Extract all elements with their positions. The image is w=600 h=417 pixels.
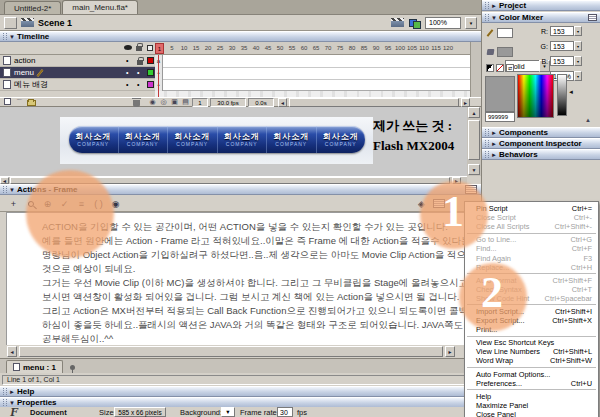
expand-arrow-icon[interactable]: ►	[491, 130, 499, 136]
document-size-button[interactable]: 585 x 66 pixels	[114, 407, 166, 417]
g-stepper[interactable]: ▾	[574, 41, 582, 51]
stage-vertical-scrollbar[interactable]: ▲ ▼	[467, 107, 481, 176]
frame-rate-field[interactable]: 30.0 fps	[210, 98, 246, 107]
nav-button[interactable]: 회사소개 COMPANY	[317, 126, 366, 153]
elapsed-time-field[interactable]: 0.0s	[248, 98, 274, 107]
background-color-swatch[interactable]: ▾	[221, 407, 235, 417]
menu-item[interactable]: Word Wrap Ctrl+Shift+W	[465, 356, 598, 365]
nav-button[interactable]: 회사소개 COMPANY	[168, 126, 218, 153]
help-panel-header[interactable]: ► Help	[0, 386, 481, 397]
color-mixer-panel-header[interactable]: ▼ Color Mixer	[482, 12, 600, 23]
layer-locked-icon[interactable]	[137, 57, 143, 65]
r-stepper[interactable]: ▾	[574, 26, 582, 36]
layer-lock-dot[interactable]: •	[137, 70, 139, 75]
nav-button[interactable]: 회사소개 COMPANY	[119, 126, 169, 153]
layer-row-action[interactable]: action •	[0, 55, 155, 67]
panel-gripper[interactable]	[3, 399, 7, 406]
frame-grid[interactable]	[155, 55, 470, 91]
panel-gripper[interactable]	[485, 140, 489, 147]
edit-multiple-frames-icon[interactable]: ▤	[180, 98, 191, 107]
behaviors-panel-header[interactable]: ► Behaviors	[482, 149, 600, 160]
zoom-level-input[interactable]: 100%	[425, 17, 461, 29]
timeline-scroll-right-icon[interactable]: ►	[461, 98, 470, 107]
pin-script-icon[interactable]	[66, 360, 79, 373]
nav-button[interactable]: 회사소개 COMPANY	[267, 126, 317, 153]
collapse-arrow-icon[interactable]: ▼	[491, 15, 499, 21]
panel-gripper[interactable]	[3, 388, 7, 395]
expand-arrow-icon[interactable]: ►	[491, 141, 499, 147]
scroll-right-icon[interactable]: ►	[445, 346, 455, 357]
scroll-down-icon[interactable]: ▼	[468, 164, 480, 175]
fill-color-bucket-icon[interactable]	[487, 49, 495, 55]
frame-rate-input[interactable]	[277, 407, 293, 417]
menu-item[interactable]: Find Again F3	[465, 253, 598, 262]
components-panel-header[interactable]: ► Components	[482, 127, 600, 138]
script-tab-menu[interactable]: menu : 1	[6, 360, 63, 373]
insert-layer-folder-icon[interactable]	[26, 98, 37, 107]
show-hide-layers-icon[interactable]	[124, 45, 132, 50]
menu-item[interactable]: View Esc Shortcut Keys	[465, 338, 598, 347]
edit-scene-icon[interactable]	[391, 18, 404, 27]
menu-item[interactable]: Help	[465, 392, 598, 401]
keyframe-cell-action[interactable]: a	[155, 55, 163, 67]
component-inspector-panel-header[interactable]: ► Component Inspector	[482, 138, 600, 149]
b-stepper[interactable]: ▾	[574, 56, 582, 66]
back-button[interactable]	[4, 17, 17, 29]
menu-item[interactable]: View Line Numbers Ctrl+Shift+L	[465, 347, 598, 356]
scrollbar-thumb[interactable]	[19, 346, 443, 357]
swap-colors-icon[interactable]: ⇄	[506, 64, 514, 72]
layer-visible-dot[interactable]: •	[126, 58, 128, 63]
color-picker-area[interactable]	[517, 74, 554, 118]
fill-color-swatch[interactable]	[497, 47, 513, 57]
panel-options-menu-icon[interactable]	[588, 14, 597, 21]
layer-outline-color[interactable]	[147, 69, 154, 76]
expand-arrow-icon[interactable]: ►	[9, 389, 17, 395]
default-colors-icon[interactable]	[486, 64, 494, 72]
stroke-color-swatch[interactable]	[497, 28, 513, 38]
nav-button[interactable]: 회사소개 COMPANY	[218, 126, 268, 153]
stage[interactable]: 회사소개 COMPANY 회사소개 COMPANY 회사소개 COMPANY 회…	[0, 107, 467, 176]
layer-lock-dot[interactable]: •	[137, 82, 139, 87]
delete-layer-icon[interactable]	[131, 98, 142, 107]
onion-skin-icon[interactable]: ◎	[158, 98, 169, 107]
menu-item[interactable]: Close Panel	[465, 410, 598, 417]
edit-symbol-icon[interactable]	[408, 18, 421, 28]
outline-layers-icon[interactable]	[147, 45, 153, 51]
timeline-scroll-left-icon[interactable]: ◄	[278, 98, 287, 107]
script-horizontal-scrollbar[interactable]: ◄ ►	[6, 345, 467, 358]
menu-item[interactable]: Go to Line... Ctrl+G	[465, 235, 598, 244]
layer-outline-color[interactable]	[147, 57, 154, 64]
panel-gripper[interactable]	[3, 186, 7, 193]
brightness-slider-icon[interactable]: ◄	[568, 89, 574, 95]
stroke-color-pencil-icon[interactable]	[487, 29, 494, 36]
zoom-dropdown-button[interactable]: ▾	[465, 17, 477, 29]
menu-item[interactable]: Find... Ctrl+F	[465, 244, 598, 253]
layer-outline-color[interactable]	[147, 81, 154, 88]
lock-layers-icon[interactable]	[136, 46, 142, 51]
scroll-left-icon[interactable]: ◄	[0, 177, 9, 184]
current-frame-field[interactable]: 1	[192, 98, 208, 107]
collapse-arrow-icon[interactable]: ▼	[9, 187, 17, 193]
document-tab-main-menu[interactable]: main_Menu.fla*	[62, 0, 138, 14]
layer-row-menu[interactable]: menu • •	[0, 67, 155, 79]
expand-arrow-icon[interactable]: ►	[491, 3, 499, 9]
alpha-stepper[interactable]: ▾	[574, 71, 582, 81]
b-value-field[interactable]: 153	[550, 56, 574, 66]
keyframe-cell-menu[interactable]: •	[155, 67, 163, 79]
scrollbar-thumb[interactable]	[468, 120, 480, 160]
panel-gripper[interactable]	[485, 129, 489, 136]
panel-gripper[interactable]	[3, 33, 7, 40]
brightness-bar[interactable]	[557, 74, 567, 116]
nav-button[interactable]: 회사소개 COMPANY	[69, 126, 119, 153]
timeline-scrollbar-thumb[interactable]	[289, 98, 459, 107]
no-color-icon[interactable]	[496, 64, 504, 72]
layer-visible-dot[interactable]: •	[126, 82, 128, 87]
hex-color-field[interactable]: 999999	[485, 112, 515, 122]
playhead[interactable]: 1	[155, 43, 164, 54]
menu-item[interactable]: Auto Format Options...	[465, 370, 598, 379]
insert-layer-icon[interactable]	[2, 98, 13, 107]
layer-row-bg[interactable]: 메뉴 배경 • •	[0, 79, 155, 91]
add-statement-icon[interactable]: +	[7, 198, 20, 210]
g-value-field[interactable]: 153	[550, 41, 574, 51]
keyframe-cell-bg[interactable]: •	[155, 79, 163, 91]
